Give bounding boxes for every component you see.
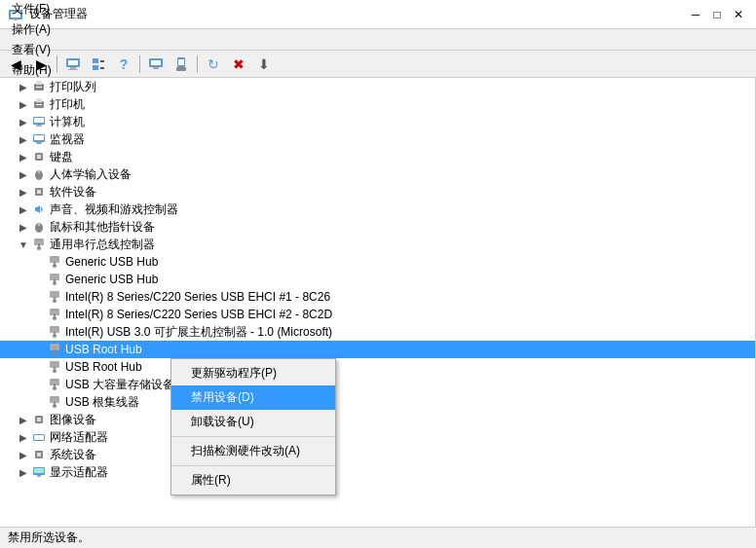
svg-point-57 [53, 351, 57, 355]
toolbar-help-button[interactable]: ? [112, 54, 135, 75]
tree-label-usb-root2: USB Root Hub [65, 360, 142, 374]
svg-rect-8 [93, 65, 98, 70]
tree-icon-usb-root1 [47, 342, 62, 357]
context-menu-item-disable-device[interactable]: 禁用设备(D) [171, 385, 335, 410]
svg-rect-73 [37, 453, 41, 457]
svg-point-60 [53, 369, 57, 373]
svg-rect-7 [93, 58, 98, 63]
back-button[interactable]: ◀ [4, 54, 27, 75]
tree-label-usb-ctrl: 通用串行总线控制器 [50, 237, 155, 253]
tree-item-intel-ehci2[interactable]: Intel(R) 8 Series/C220 Series USB EHCI #… [0, 306, 755, 323]
menu-item-file[interactable]: 文件(F) [4, 0, 59, 19]
context-menu-item-uninstall-device[interactable]: 卸载设备(U) [171, 410, 335, 434]
tree-item-usb-ctrl[interactable]: ▼通用串行总线控制器 [0, 236, 755, 253]
svg-point-48 [53, 299, 57, 303]
tree-icon-soft-dev [31, 184, 47, 200]
tree-arrow-soft-dev: ▶ [16, 187, 31, 198]
tree-arrow-print-queue: ▶ [16, 82, 31, 92]
context-menu-item-scan-hardware[interactable]: 扫描检测硬件改动(A) [171, 439, 335, 463]
toolbar-separator-3 [197, 55, 198, 73]
tree-item-display[interactable]: ▶显示适配器 [0, 463, 755, 481]
tree-item-network[interactable]: ▶网络适配器 [0, 428, 755, 446]
tree-arrow-hid: ▶ [16, 169, 31, 180]
menu-bar: 文件(F)操作(A)查看(V)帮助(H) [0, 29, 756, 51]
svg-rect-10 [100, 67, 104, 69]
tree-item-hid[interactable]: ▶人体学输入设备 [0, 165, 755, 183]
context-menu: 更新驱动程序(P)禁用设备(D)卸载设备(U)扫描检测硬件改动(A)属性(R) [170, 358, 336, 495]
tree-arrow-sound: ▶ [16, 204, 31, 215]
tree-item-mouse[interactable]: ▶鼠标和其他指针设备 [0, 218, 755, 236]
tree-arrow-system: ▶ [16, 450, 31, 460]
tree-arrow-mouse: ▶ [16, 222, 31, 233]
svg-rect-49 [54, 297, 56, 299]
svg-point-63 [53, 386, 57, 390]
tree-label-soft-dev: 软件设备 [50, 184, 96, 201]
tree-label-network: 网络适配器 [50, 429, 108, 446]
svg-point-51 [53, 316, 57, 320]
svg-rect-40 [38, 244, 40, 246]
tree-icon-mouse [31, 219, 47, 235]
tree-arrow-usb-ctrl: ▼ [16, 239, 31, 250]
tree-item-intel-ehci1[interactable]: Intel(R) 8 Series/C220 Series USB EHCI #… [0, 288, 755, 306]
tree-label-image: 图像设备 [50, 412, 96, 428]
tree-icon-network [31, 429, 47, 445]
tree-item-image[interactable]: ▶图像设备 [0, 411, 755, 428]
svg-rect-15 [178, 59, 184, 65]
tree-icon-keyboard [31, 149, 47, 164]
tree-item-usb-root2[interactable]: USB Root Hub [0, 358, 755, 376]
svg-rect-65 [50, 396, 59, 403]
tree-icon-computer [31, 114, 47, 129]
context-menu-item-update-driver[interactable]: 更新驱动程序(P) [171, 361, 335, 385]
tree-label-generic-hub2: Generic USB Hub [65, 273, 158, 286]
toolbar-pc-button[interactable] [170, 54, 193, 75]
svg-rect-12 [151, 60, 161, 65]
toolbar-computer-button[interactable] [61, 54, 85, 75]
tree-label-intel-ehci1: Intel(R) 8 Series/C220 Series USB EHCI #… [65, 290, 330, 304]
tree-item-generic-hub2[interactable]: Generic USB Hub [0, 271, 755, 288]
device-tree[interactable]: ▶打印队列▶打印机▶计算机▶监视器▶键盘▶人体学输入设备▶软件设备▶声音、视频和… [0, 78, 756, 527]
tree-item-printer[interactable]: ▶打印机 [0, 95, 755, 113]
tree-arrow-display: ▶ [16, 467, 31, 478]
tree-item-system[interactable]: ▶系统设备 [0, 446, 755, 463]
context-menu-item-properties[interactable]: 属性(R) [171, 468, 335, 493]
svg-rect-18 [36, 81, 42, 85]
tree-icon-intel-ehci1 [47, 289, 62, 305]
tree-label-computer: 计算机 [50, 114, 85, 130]
tree-item-usb-hub3[interactable]: USB 根集线器 [0, 393, 755, 411]
menu-item-action[interactable]: 操作(A) [4, 19, 59, 40]
tree-icon-system [31, 447, 47, 462]
svg-rect-47 [50, 291, 59, 298]
toolbar-expand-button[interactable] [87, 54, 110, 75]
tree-item-keyboard[interactable]: ▶键盘 [0, 148, 755, 165]
toolbar-delete-button[interactable]: ✖ [227, 54, 250, 75]
tree-label-usb-root1: USB Root Hub [65, 343, 142, 356]
tree-item-soft-dev[interactable]: ▶软件设备 [0, 183, 755, 201]
tree-item-usb-mass[interactable]: USB 大容量存储设备 [0, 376, 755, 393]
tree-item-print-queue[interactable]: ▶打印队列 [0, 78, 755, 95]
maximize-button[interactable]: □ [707, 5, 727, 24]
tree-label-monitor: 监视器 [50, 131, 85, 148]
svg-rect-38 [34, 238, 44, 245]
toolbar-update-button[interactable]: ↻ [202, 54, 225, 75]
status-bar: 禁用所选设备。 [0, 527, 756, 548]
tree-item-sound[interactable]: ▶声音、视频和游戏控制器 [0, 201, 755, 218]
minimize-button[interactable]: ─ [686, 5, 705, 24]
toolbar-monitor-button[interactable] [144, 54, 168, 75]
tree-item-usb-root1[interactable]: USB Root Hub [0, 341, 755, 358]
tree-icon-generic-hub1 [47, 254, 62, 270]
tree-item-monitor[interactable]: ▶监视器 [0, 130, 755, 148]
tree-item-intel-usb3[interactable]: Intel(R) USB 3.0 可扩展主机控制器 - 1.0 (Microso… [0, 323, 755, 341]
status-text: 禁用所选设备。 [8, 530, 90, 546]
tree-icon-printer [31, 96, 47, 112]
tree-arrow-printer: ▶ [16, 99, 31, 110]
tree-item-generic-hub1[interactable]: Generic USB Hub [0, 253, 755, 271]
toolbar-scan-button[interactable]: ⬇ [252, 54, 276, 75]
tree-label-printer: 打印机 [50, 96, 85, 113]
svg-rect-22 [36, 104, 42, 105]
tree-arrow-keyboard: ▶ [16, 152, 31, 163]
close-button[interactable]: ✕ [729, 5, 748, 24]
tree-icon-image [31, 412, 47, 427]
tree-item-computer[interactable]: ▶计算机 [0, 113, 755, 130]
tree-icon-monitor [31, 131, 47, 147]
forward-button[interactable]: ▶ [29, 54, 53, 75]
